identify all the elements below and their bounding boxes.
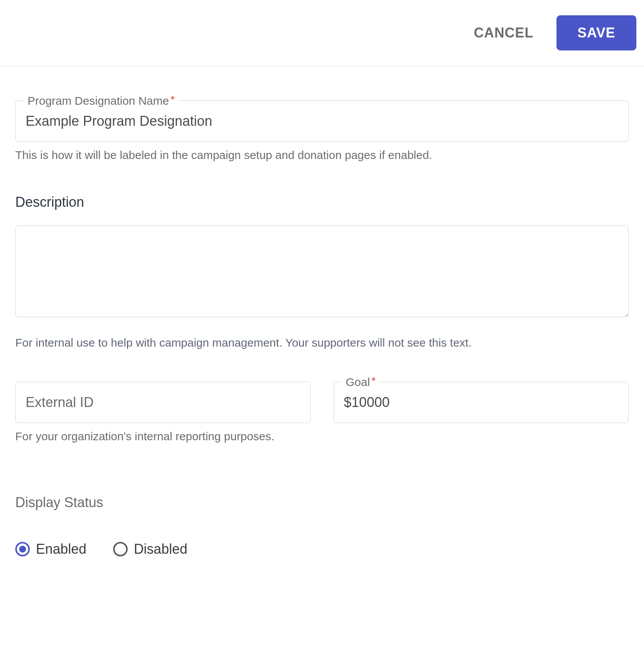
description-textarea[interactable] bbox=[15, 225, 629, 317]
goal-label: Goal * bbox=[342, 376, 380, 389]
program-name-helper: This is how it will be labeled in the ca… bbox=[15, 146, 629, 164]
goal-column: Goal * bbox=[334, 382, 629, 445]
form-body: Program Designation Name * This is how i… bbox=[0, 66, 644, 572]
required-star-icon: * bbox=[170, 94, 175, 106]
radio-enabled[interactable]: Enabled bbox=[15, 541, 86, 557]
external-id-helper: For your organization's internal reporti… bbox=[15, 428, 311, 445]
radio-enabled-label: Enabled bbox=[36, 541, 86, 557]
radio-disabled[interactable]: Disabled bbox=[113, 541, 187, 557]
goal-field-wrap: Goal * bbox=[334, 382, 629, 423]
save-button[interactable]: SAVE bbox=[556, 15, 636, 50]
radio-dot-icon bbox=[19, 546, 26, 553]
description-label: Description bbox=[15, 194, 629, 210]
two-column-row: For your organization's internal reporti… bbox=[15, 382, 629, 445]
display-status-label: Display Status bbox=[15, 494, 629, 511]
external-id-input[interactable] bbox=[15, 382, 311, 423]
program-name-field-wrap: Program Designation Name * bbox=[15, 101, 629, 142]
display-status-radio-group: Enabled Disabled bbox=[15, 541, 629, 557]
cancel-button[interactable]: CANCEL bbox=[466, 21, 541, 45]
radio-circle-selected-icon bbox=[15, 542, 30, 556]
description-helper: For internal use to help with campaign m… bbox=[15, 334, 629, 351]
form-header: CANCEL SAVE bbox=[0, 0, 644, 66]
program-name-label: Program Designation Name * bbox=[24, 94, 178, 107]
radio-disabled-label: Disabled bbox=[134, 541, 187, 557]
radio-circle-unselected-icon bbox=[113, 542, 128, 556]
goal-label-text: Goal bbox=[346, 376, 370, 389]
external-id-column: For your organization's internal reporti… bbox=[15, 382, 311, 445]
required-star-icon: * bbox=[371, 375, 376, 387]
program-name-label-text: Program Designation Name bbox=[28, 94, 169, 107]
external-id-field-wrap bbox=[15, 382, 311, 423]
